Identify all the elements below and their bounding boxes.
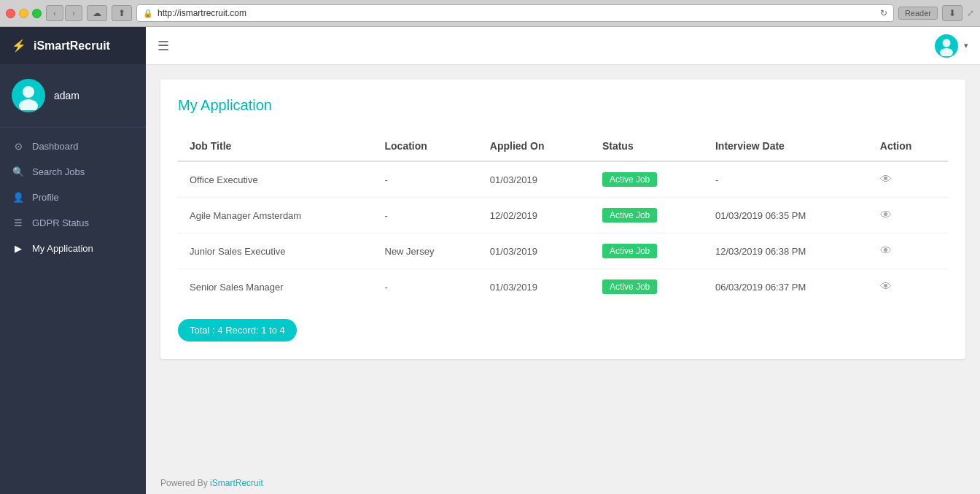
action-cell: 👁 xyxy=(868,269,948,305)
traffic-lights xyxy=(6,9,42,18)
sidebar-brand: ⚡ iSmartRecruit xyxy=(0,27,146,64)
col-interview-date: Interview Date xyxy=(704,131,868,161)
search-icon: 🔍 xyxy=(12,166,25,177)
view-button[interactable]: 👁 xyxy=(880,173,892,185)
job-title-cell: Junior Sales Executive xyxy=(178,234,373,269)
lock-icon: 🔒 xyxy=(143,9,153,18)
sidebar: ⚡ iSmartRecruit adam ⊙ Dashboard 🔍 Searc… xyxy=(0,27,146,494)
dashboard-icon: ⊙ xyxy=(12,141,25,152)
col-status: Status xyxy=(591,131,704,161)
maximize-button[interactable] xyxy=(32,9,42,18)
interview-date-cell: 06/03/2019 06:37 PM xyxy=(704,269,868,305)
nav-buttons: ‹ › xyxy=(46,5,82,21)
footer-text: Powered By xyxy=(160,478,210,488)
main-content: ☰ ▾ My Application xyxy=(146,27,980,494)
sidebar-item-dashboard[interactable]: ⊙ Dashboard xyxy=(0,134,146,159)
table-header: Job Title Location Applied On Status Int… xyxy=(178,131,948,161)
applied-on-cell: 01/03/2019 xyxy=(478,234,591,269)
svg-point-1 xyxy=(23,86,34,98)
chevron-down-icon[interactable]: ▾ xyxy=(964,41,968,50)
svg-point-4 xyxy=(943,39,951,47)
brand-name: iSmartRecruit xyxy=(34,39,110,53)
location-cell: New Jersey xyxy=(373,234,478,269)
sidebar-item-gdpr-status[interactable]: ☰ GDPR Status xyxy=(0,210,146,236)
status-cell: Active Job xyxy=(591,234,704,269)
sidebar-item-profile[interactable]: 👤 Profile xyxy=(0,185,146,210)
app-container: ⚡ iSmartRecruit adam ⊙ Dashboard 🔍 Searc… xyxy=(0,27,980,494)
job-title-cell: Senior Sales Manager xyxy=(178,269,373,305)
status-badge: Active Job xyxy=(602,244,657,258)
table-row: Junior Sales Executive New Jersey 01/03/… xyxy=(178,234,948,269)
table-body: Office Executive - 01/03/2019 Active Job… xyxy=(178,161,948,304)
job-title-cell: Office Executive xyxy=(178,161,373,198)
interview-date-cell: - xyxy=(704,161,868,198)
address-bar[interactable]: 🔒 http://ismartrecruit.com ↻ xyxy=(136,4,894,22)
status-cell: Active Job xyxy=(591,269,704,305)
action-cell: 👁 xyxy=(868,234,948,269)
cloud-button[interactable]: ☁ xyxy=(87,5,107,21)
download-button[interactable]: ⬇ xyxy=(942,5,962,21)
table-row: Office Executive - 01/03/2019 Active Job… xyxy=(178,161,948,198)
status-cell: Active Job xyxy=(591,161,704,198)
footer: Powered By iSmartRecruit xyxy=(146,472,980,494)
applied-on-cell: 01/03/2019 xyxy=(478,161,591,198)
avatar xyxy=(12,79,45,112)
sidebar-item-label: Dashboard xyxy=(32,141,79,152)
main-card: My Application Job Title Location Applie… xyxy=(160,80,965,359)
browser-chrome: ‹ › ☁ ⬆ 🔒 http://ismartrecruit.com ↻ Rea… xyxy=(0,0,980,27)
top-avatar[interactable] xyxy=(935,34,958,58)
share-button[interactable]: ⬆ xyxy=(112,5,132,21)
applied-on-cell: 12/02/2019 xyxy=(478,198,591,234)
sidebar-item-label: GDPR Status xyxy=(32,217,89,228)
gdpr-icon: ☰ xyxy=(12,217,25,228)
pagination-info: Total : 4 Record: 1 to 4 xyxy=(178,304,948,341)
sidebar-item-search-jobs[interactable]: 🔍 Search Jobs xyxy=(0,159,146,185)
footer-link[interactable]: iSmartRecruit xyxy=(210,478,263,488)
content-area: My Application Job Title Location Applie… xyxy=(146,65,980,472)
my-application-icon: ▶ xyxy=(12,243,25,254)
top-bar: ☰ ▾ xyxy=(146,27,980,65)
location-cell: - xyxy=(373,198,478,234)
url-text: http://ismartrecruit.com xyxy=(158,8,876,18)
table-row: Senior Sales Manager - 01/03/2019 Active… xyxy=(178,269,948,305)
view-button[interactable]: 👁 xyxy=(880,280,892,293)
brand-icon: ⚡ xyxy=(12,39,26,53)
user-section: adam xyxy=(0,64,146,128)
col-location: Location xyxy=(373,131,478,161)
col-action: Action xyxy=(868,131,948,161)
reader-button[interactable]: Reader xyxy=(898,7,938,20)
close-button[interactable] xyxy=(6,9,15,18)
sidebar-item-my-application[interactable]: ▶ My Application xyxy=(0,236,146,261)
hamburger-icon[interactable]: ☰ xyxy=(158,38,169,54)
view-button[interactable]: 👁 xyxy=(880,244,892,257)
job-title-cell: Agile Manager Amsterdam xyxy=(178,198,373,234)
status-cell: Active Job xyxy=(591,198,704,234)
sidebar-item-label: Profile xyxy=(32,192,59,203)
action-cell: 👁 xyxy=(868,161,948,198)
col-job-title: Job Title xyxy=(178,131,373,161)
username: adam xyxy=(54,90,79,101)
reload-button[interactable]: ↻ xyxy=(880,8,887,18)
minimize-button[interactable] xyxy=(19,9,28,18)
table-row: Agile Manager Amsterdam - 12/02/2019 Act… xyxy=(178,198,948,234)
interview-date-cell: 01/03/2019 06:35 PM xyxy=(704,198,868,234)
nav-menu: ⊙ Dashboard 🔍 Search Jobs 👤 Profile ☰ GD… xyxy=(0,128,146,494)
location-cell: - xyxy=(373,161,478,198)
location-cell: - xyxy=(373,269,478,305)
view-button[interactable]: 👁 xyxy=(880,209,892,221)
top-bar-right: ▾ xyxy=(935,34,968,58)
forward-button[interactable]: › xyxy=(65,5,82,21)
sidebar-item-label: My Application xyxy=(32,243,93,254)
pagination-label: Total : 4 Record: 1 to 4 xyxy=(178,319,297,341)
applications-table: Job Title Location Applied On Status Int… xyxy=(178,131,948,304)
action-cell: 👁 xyxy=(868,198,948,234)
status-badge: Active Job xyxy=(602,172,657,187)
page-title: My Application xyxy=(178,97,948,114)
profile-icon: 👤 xyxy=(12,192,25,203)
resize-icon: ⤢ xyxy=(967,8,974,18)
back-button[interactable]: ‹ xyxy=(46,5,63,21)
status-badge: Active Job xyxy=(602,208,657,223)
sidebar-item-label: Search Jobs xyxy=(32,166,85,177)
interview-date-cell: 12/03/2019 06:38 PM xyxy=(704,234,868,269)
applied-on-cell: 01/03/2019 xyxy=(478,269,591,305)
